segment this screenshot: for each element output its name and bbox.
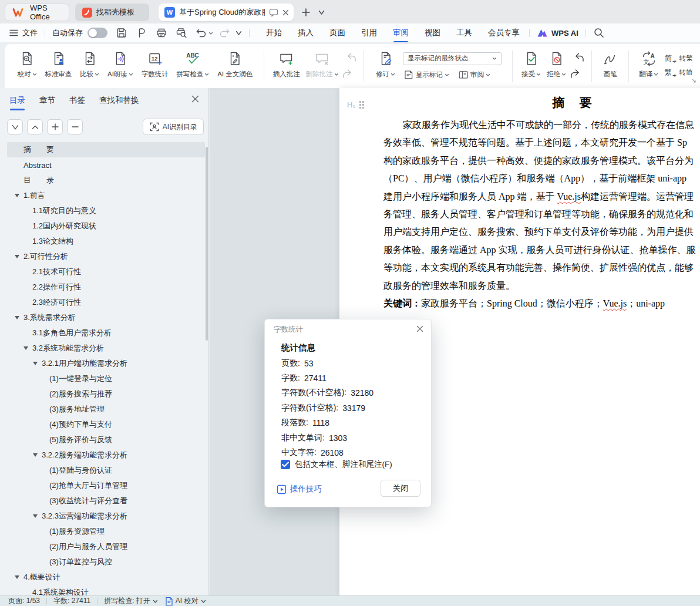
new-tab-button[interactable]	[302, 8, 310, 16]
tips-link[interactable]: 操作技巧	[277, 484, 322, 494]
toc-item[interactable]: (2)用户与服务人员管理	[7, 539, 205, 554]
status-word-count[interactable]: 字数: 27411	[53, 596, 90, 606]
status-spellcheck[interactable]: 拼写检查: 打开	[104, 596, 158, 606]
ribbon-insert-comment-button[interactable]: 插入批注	[272, 48, 301, 79]
toc-item[interactable]: 2.可行性分析	[7, 249, 205, 264]
toc-collapse-arrow-icon[interactable]	[15, 255, 19, 258]
print-preview-icon[interactable]	[176, 27, 187, 39]
toc-item[interactable]: 1.1研究目的与意义	[7, 203, 205, 218]
markup-state-select[interactable]: 显示标记的最终状态	[403, 52, 502, 65]
toc-item[interactable]: (1)服务资源管理	[7, 524, 205, 539]
toc-collapse-arrow-icon[interactable]	[33, 362, 38, 365]
toc-collapse-arrow-icon[interactable]	[15, 575, 19, 579]
toc-item[interactable]: (4)预约下单与支付	[7, 417, 205, 432]
menu-tab-开始[interactable]: 开始	[266, 28, 282, 38]
toc-collapse-arrow-icon[interactable]	[15, 194, 19, 197]
tab-list-chevron-icon[interactable]	[318, 9, 325, 15]
toc-item[interactable]: (5)服务评价与反馈	[7, 432, 205, 447]
menu-tab-视图[interactable]: 视图	[425, 28, 440, 38]
toc-item[interactable]: (3)订单监控与风控	[7, 554, 205, 570]
close-tab-icon[interactable]	[282, 9, 289, 16]
pane-tab-章节[interactable]: 章节	[39, 95, 55, 106]
ribbon-proofread-button[interactable]: 校对	[16, 48, 38, 79]
ribbon-word-count-button[interactable]: 12字数统计	[140, 48, 170, 79]
tab-wps-office[interactable]: WPS Office	[5, 4, 69, 21]
pane-tab-查找和替换[interactable]: 查找和替换	[99, 95, 139, 106]
convert-转繁-button[interactable]: 简转繁	[665, 53, 693, 63]
toc-item[interactable]: 4.概要设计	[7, 570, 205, 585]
toc-scrollbar[interactable]	[206, 147, 208, 341]
ribbon-reject-button[interactable]: 拒绝	[546, 48, 567, 79]
toc-item[interactable]: 3.2.2服务端功能需求分析	[7, 447, 205, 463]
toc-collapse-arrow-icon[interactable]	[23, 346, 28, 350]
toc-item[interactable]: 2.1技术可行性	[7, 264, 205, 280]
ai-recognize-toc-button[interactable]: AI识别目录	[143, 119, 204, 135]
toc-item[interactable]: 3.1多角色用户需求分析	[7, 325, 205, 341]
toc-item[interactable]: Abstract	[7, 157, 205, 173]
ribbon-spellcheck-button[interactable]: ABC拼写检查	[175, 48, 210, 79]
menu-tab-工具[interactable]: 工具	[456, 28, 472, 38]
toc-item[interactable]: 1.3论文结构	[7, 234, 205, 249]
next-comment-icon[interactable]	[571, 68, 584, 79]
toc-item[interactable]: 4.1系统架构设计	[7, 585, 205, 595]
toc-item[interactable]: 2.3经济可行性	[7, 295, 205, 310]
menu-tab-会员专享[interactable]: 会员专享	[488, 28, 520, 38]
toc-chevron-up-button[interactable]	[27, 119, 43, 134]
tab-docer-templates[interactable]: 找稻壳模板	[75, 4, 149, 21]
ribbon-accept-button[interactable]: 接受	[520, 48, 542, 79]
toc-item[interactable]: (2)服务搜索与推荐	[7, 386, 205, 402]
toc-item[interactable]: (1)登陆与身份认证	[7, 463, 205, 478]
toc-item[interactable]: (3)服务地址管理	[7, 402, 205, 417]
close-dialog-icon[interactable]	[416, 325, 423, 332]
ribbon-brush-button[interactable]: 画笔	[601, 48, 619, 79]
undo-button[interactable]	[196, 27, 213, 39]
toc-item[interactable]: (3)收益统计与评分查看	[7, 493, 205, 509]
toc-item[interactable]: 1.前言	[7, 188, 205, 203]
more-commands-chevron-icon[interactable]	[235, 30, 242, 36]
toc-item[interactable]: 2.2操作可行性	[7, 280, 205, 295]
ribbon-compare-button[interactable]: 比较	[79, 48, 100, 79]
ribbon-show-markup-button[interactable]: 显示标记	[403, 69, 449, 80]
toc-collapse-arrow-icon[interactable]	[33, 453, 38, 457]
toc-item[interactable]: 3.2.1用户端功能需求分析	[7, 356, 205, 371]
previous-comment-icon[interactable]	[571, 51, 584, 63]
toc-plus-button[interactable]	[47, 119, 63, 134]
pane-tab-目录[interactable]: 目录	[9, 95, 25, 106]
toc-collapse-arrow-icon[interactable]	[15, 316, 19, 319]
menu-tab-引用[interactable]: 引用	[361, 28, 377, 38]
toc-item[interactable]: 摘 要	[7, 142, 205, 157]
ribbon-translate-button[interactable]: 文A翻译	[638, 48, 659, 79]
close-button[interactable]: 关闭	[381, 480, 420, 497]
autosave-toggle[interactable]	[88, 28, 107, 38]
toc-item[interactable]: 1.2国内外研究现状	[7, 218, 205, 234]
wps-ai-button[interactable]: WPS AI	[537, 28, 578, 38]
toc-item[interactable]: (1)一键登录与定位	[7, 371, 205, 386]
pane-tab-书签[interactable]: 书签	[69, 95, 85, 106]
save-icon[interactable]	[116, 27, 127, 39]
ribbon-review-pane-button[interactable]: 审阅	[457, 69, 490, 80]
ribbon-ai-polish-button[interactable]: AI 全文润色	[216, 48, 254, 79]
toc-minus-button[interactable]	[67, 119, 83, 134]
convert-转简-button[interactable]: 繁转简	[665, 68, 693, 78]
export-pdf-icon[interactable]	[136, 27, 147, 39]
file-menu-button[interactable]: 文件	[9, 28, 38, 38]
toc-item[interactable]: 3.2.3运营端功能需求分析	[7, 509, 205, 524]
include-textbox-checkbox[interactable]: 包括文本框、脚注和尾注(F)	[281, 459, 392, 470]
toc-chevron-down-button[interactable]	[7, 119, 23, 134]
close-pane-icon[interactable]	[191, 95, 199, 103]
ribbon-revise-button[interactable]: 修订	[375, 48, 396, 79]
group-expand-icon[interactable]	[691, 78, 696, 83]
comment-bubble-icon[interactable]	[269, 8, 278, 17]
toc-item[interactable]: 目 录	[7, 173, 205, 188]
print-icon[interactable]	[156, 27, 167, 39]
toc-item[interactable]: (2)抢单大厅与订单管理	[7, 478, 205, 493]
toc-item[interactable]: 3.2系统功能需求分析	[7, 341, 205, 356]
ribbon-standard-review-button[interactable]: 标准审查	[44, 48, 73, 79]
menu-tab-页面[interactable]: 页面	[329, 28, 345, 38]
search-icon[interactable]	[593, 27, 605, 39]
menu-tab-插入[interactable]: 插入	[298, 28, 314, 38]
toc-item[interactable]: 3.系统需求分析	[7, 310, 205, 325]
tab-current-document[interactable]: W 基于Spring Cloud的家政服务	[159, 4, 294, 21]
toc-collapse-arrow-icon[interactable]	[33, 514, 38, 518]
ribbon-ai-read-button[interactable]: AI朗读	[106, 48, 134, 79]
